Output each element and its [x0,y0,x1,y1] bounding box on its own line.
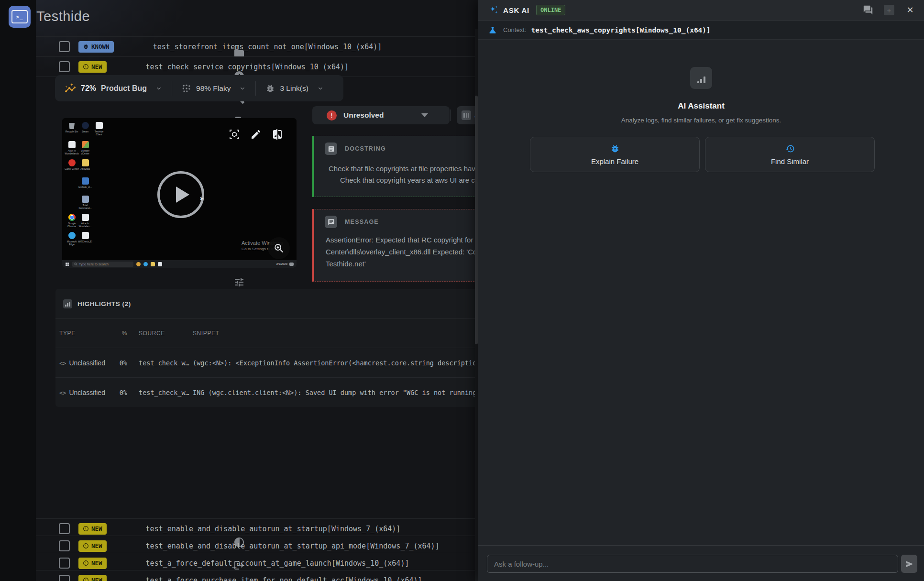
desktop-icon: Alice In Wonderlands [65,141,79,155]
highlights-card: HIGHLIGHTS (2) TYPE % SOURCE SNIPPET <>U… [55,289,478,407]
sparkle-icon [489,5,499,15]
taskbar-app-icon [151,262,155,266]
message-text: Testhide.net' [326,260,478,268]
ask-ai-title: ASK AI [503,6,529,14]
sidebar [0,0,36,581]
links-dropdown[interactable]: 3 Link(s) [256,84,333,93]
send-button[interactable] [901,555,917,573]
classification-dropdown[interactable]: 72% Product Bug [55,83,172,94]
test-name[interactable]: test_storefront_items_count_not_one[Wind… [153,43,382,51]
highlights-row[interactable]: <>Unclassified 0% test_check_w… ING (wgc… [55,377,478,407]
column-header: % [113,330,127,337]
resolution-label: Unresolved [343,111,384,120]
alert-icon [83,526,89,532]
assistant-title: AI Assistant [478,101,924,111]
column-header: SNIPPET [193,330,478,337]
test-name[interactable]: test_a_force_default_account_at_game_lau… [146,559,409,568]
unresolved-icon: ! [327,110,337,121]
context-value: test_check_aws_copyrights[Windows_10_(x6… [531,26,710,34]
taskbar-clock: 2/9/2020 [276,263,287,265]
find-similar-button[interactable]: Find Similar [705,137,875,172]
test-video-player[interactable]: Recycle Bin Steam Testhide Client Alice … [62,118,297,268]
magnify-button[interactable] [268,237,290,259]
sidebar-item-settings[interactable] [233,276,245,288]
table-row[interactable]: NEW test_check_service_copyrights[Window… [36,56,478,77]
test-name[interactable]: test_enable_and_disable_autorun_at_start… [146,525,401,533]
desktop-icon: Game Center [65,159,79,170]
row-checkbox[interactable] [59,523,70,534]
content-scrollbar[interactable] [475,29,478,581]
alert-icon [83,560,89,566]
table-row[interactable]: KNOWN test_storefront_items_count_not_on… [36,36,478,56]
online-badge: ONLINE [536,5,565,15]
ask-ai-header: ASK AI ONLINE + ✕ [478,0,924,21]
flaky-dropdown[interactable]: 98% Flaky [172,84,255,93]
history-icon [785,144,795,153]
edit-icon[interactable] [250,129,262,140]
desktop-icon: Recycle Bin [65,122,79,133]
docstring-text: Check that file copyrights at file prope… [329,164,478,173]
plus-icon: + [884,5,894,15]
analytics-icon [690,67,712,89]
desktop-icon: Alice In Wondelan... [78,214,92,228]
explain-failure-button[interactable]: Explain Failure [530,137,700,172]
desktop-icon: Testhide Client [92,122,106,136]
desktop-icon: Steam [78,122,92,133]
taskbar-tray-icon [289,263,294,266]
row-checkbox[interactable] [59,540,70,551]
test-name[interactable]: test_a_force_purchase_item_for_non_defau… [146,576,422,581]
column-header: SOURCE [139,330,191,337]
bug-icon [83,44,89,50]
app-logo[interactable]: >_ [9,6,31,28]
docstring-text: Check that copyright years at aws UI are… [340,176,478,184]
chat-history-button[interactable] [862,4,874,16]
highlights-header-row: TYPE % SOURCE SNIPPET [55,319,478,348]
triage-stats-bar: 72% Product Bug 98% Flaky 3 Link(s) [55,75,343,101]
table-row[interactable]: NEW test_a_force_purchase_item_for_non_d… [36,570,478,581]
taskbar-search: Type here to search [72,262,133,267]
classification-percent: 72% [81,84,96,93]
close-panel-button[interactable]: ✕ [904,4,916,16]
docstring-card: DOCSTRING Check that file copyrights at … [312,136,478,197]
taskbar-app-icon [143,262,148,266]
compare-icon[interactable] [272,129,283,140]
links-label: 3 Link(s) [280,84,308,93]
error-message-card: MESSAGE AssertionError: Expected that RC… [312,209,478,282]
close-icon: ✕ [906,5,913,15]
bug-icon [610,144,620,153]
column-header: TYPE [59,330,117,337]
find-similar-label: Find Similar [771,157,809,165]
row-checkbox[interactable] [59,61,70,72]
test-name[interactable]: test_enable_and_disable_autorun_at_start… [146,542,440,550]
play-button[interactable] [157,171,204,218]
context-bar: Context: test_check_aws_copyrights[Windo… [478,21,924,40]
assistant-intro: AI Assistant Analyze logs, find similar … [478,67,924,124]
send-icon [905,560,913,568]
message-icon [325,216,337,228]
scrollbar-thumb[interactable] [475,96,478,344]
flaky-label: 98% Flaky [196,84,231,93]
message-text: Center\dlls\overlay_client_x86.dll Expec… [326,248,478,256]
divider [450,110,451,121]
flaky-dots-icon [182,84,191,93]
ask-ai-panel: ASK AI ONLINE + ✕ Context: test_check_aw… [478,0,924,581]
screenshot-icon[interactable] [229,129,240,140]
test-name[interactable]: test_check_service_copyrights[Windows_10… [146,63,349,71]
columns-icon [462,110,471,120]
desktop-icon: Microsoft Edge [65,232,79,246]
new-chat-button[interactable]: + [883,4,895,16]
follow-up-input[interactable] [487,555,898,573]
play-icon [176,186,189,203]
resolution-dropdown[interactable]: ! Unresolved [312,106,450,124]
assistant-subtitle: Analyze logs, find similar failures, or … [478,117,924,124]
taskbar-app-icon [136,262,141,266]
app-title: Testhide [36,9,90,24]
taskbar-app-icon [158,262,162,266]
magnifier-plus-icon [274,243,284,253]
cursor-icon: ➤ [199,196,204,202]
docstring-icon [325,143,337,155]
row-checkbox[interactable] [59,41,70,52]
highlights-row[interactable]: <>Unclassified 0% test_check_w… (wgc:<N>… [55,348,478,377]
row-checkbox[interactable] [59,575,70,581]
row-checkbox[interactable] [59,558,70,569]
